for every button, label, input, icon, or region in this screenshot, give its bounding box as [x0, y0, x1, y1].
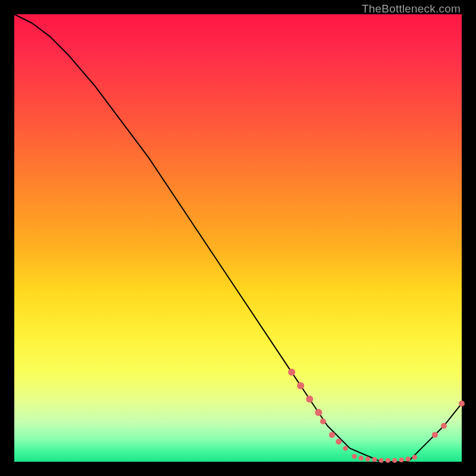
- data-marker: [406, 457, 411, 462]
- chart-plot-area: [14, 14, 462, 462]
- data-marker: [306, 396, 313, 403]
- data-marker: [336, 439, 342, 444]
- data-marker: [399, 458, 404, 462]
- data-marker: [297, 382, 304, 389]
- data-marker: [320, 418, 326, 424]
- chart-frame: TheBottleneck.com: [0, 0, 476, 476]
- data-marker: [372, 457, 377, 462]
- data-marker: [392, 458, 397, 463]
- data-marker: [359, 456, 364, 461]
- data-marker: [365, 457, 370, 462]
- data-marker: [352, 454, 357, 459]
- data-marker: [441, 423, 447, 429]
- data-marker: [315, 409, 322, 416]
- data-marker: [412, 455, 417, 460]
- bottleneck-curve-path: [14, 14, 462, 462]
- data-marker: [329, 432, 335, 438]
- data-marker: [379, 458, 384, 463]
- watermark-label: TheBottleneck.com: [362, 2, 461, 15]
- data-marker: [343, 446, 348, 450]
- marker-layer: [288, 369, 465, 463]
- data-marker: [288, 369, 295, 376]
- chart-svg: [14, 14, 462, 462]
- data-marker: [459, 400, 465, 406]
- data-marker: [432, 432, 438, 438]
- data-marker: [386, 458, 390, 463]
